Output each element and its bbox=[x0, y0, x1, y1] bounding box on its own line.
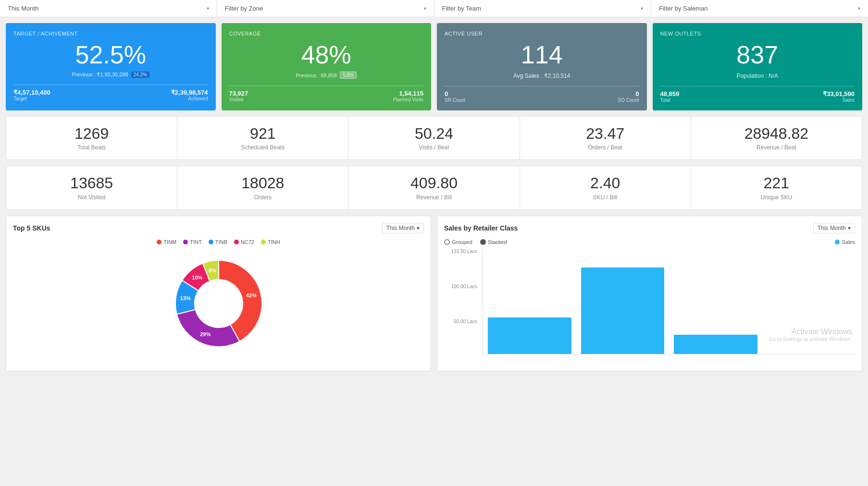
target-prev-label: Previous : ₹1,93,30,288 bbox=[72, 72, 128, 78]
new-outlets-population: Population : N/A bbox=[660, 73, 855, 79]
legend-dot bbox=[234, 240, 239, 244]
bar-2 bbox=[674, 335, 757, 354]
target-right-value: ₹2,39,98,574 bbox=[171, 89, 208, 96]
bar-chart-legend: Grouped Stacked Sales bbox=[444, 239, 855, 245]
legend-dot bbox=[157, 240, 161, 244]
donut-label: 13% bbox=[180, 295, 190, 301]
new-outlets-right-label: Sales bbox=[823, 97, 855, 103]
target-prev: Previous : ₹1,93,30,288 24.2% bbox=[13, 72, 208, 78]
target-footer-right: ₹2,39,98,574 Achieved bbox=[171, 89, 208, 101]
summary-cards: TARGET / ACHIVEMENT 52.5% Previous : ₹1,… bbox=[0, 17, 868, 116]
target-footer: ₹4,57,10,400 Target ₹2,39,98,574 Achieve… bbox=[13, 85, 208, 101]
top5-filter[interactable]: This Month ▾ bbox=[382, 223, 424, 233]
donut-legend: TINMTINTTINBNC72TINH bbox=[13, 239, 424, 245]
target-footer-left: ₹4,57,10,400 Target bbox=[13, 89, 50, 101]
stat-cell-2: 409.80 Revenue / Bill bbox=[348, 166, 520, 209]
sales-filter-arrow: ▾ bbox=[848, 225, 851, 231]
top5-title: Top 5 SKUs bbox=[13, 224, 50, 232]
charts-row: Top 5 SKUs This Month ▾ TINMTINTTINBNC72… bbox=[0, 216, 868, 377]
stat-label-2: Revenue / Bill bbox=[354, 194, 513, 201]
y-label: 100.00 Lacs bbox=[451, 284, 478, 289]
sales-legend-label: Sales bbox=[842, 239, 855, 245]
coverage-footer-left: 73,927 Visited bbox=[229, 90, 248, 102]
new-outlets-card-title: NEW OUTLETS bbox=[660, 31, 855, 36]
donut-container: 42%29%13%10%6% bbox=[13, 251, 424, 356]
grouped-radio[interactable]: Grouped bbox=[444, 239, 472, 245]
stat-value-1: 921 bbox=[183, 125, 342, 142]
bar-y-labels: 133.50 Lacs100.00 Lacs50.00 Lacs bbox=[444, 249, 480, 354]
legend-label: TINM bbox=[163, 239, 176, 245]
top5-header: Top 5 SKUs This Month ▾ bbox=[13, 223, 424, 233]
active-user-right-label: SO Count bbox=[618, 97, 639, 103]
coverage-card: COVERAGE 48% Previous : 69,858 5.8% 73,9… bbox=[222, 23, 432, 110]
stacked-radio[interactable]: Stacked bbox=[480, 239, 507, 245]
sales-retailer-panel: Sales by Retailer Class This Month ▾ Gro… bbox=[437, 216, 862, 371]
active-user-footer: 0 SR Count 0 SO Count bbox=[445, 86, 639, 103]
coverage-right-label: Planned Visits bbox=[393, 97, 423, 102]
y-label: 50.00 Lacs bbox=[454, 319, 477, 324]
legend-label: NC72 bbox=[241, 239, 254, 245]
active-user-main-value: 114 bbox=[445, 41, 639, 69]
y-label: 133.50 Lacs bbox=[451, 249, 478, 254]
sales-legend: Sales bbox=[835, 239, 855, 245]
legend-dot bbox=[209, 240, 213, 244]
legend-item-tinh: TINH bbox=[261, 239, 280, 245]
stats-row-2: 13685 Not Visited 18028 Orders 409.80 Re… bbox=[6, 166, 862, 209]
new-outlets-card: NEW OUTLETS 837 Population : N/A 48,859 … bbox=[653, 23, 863, 110]
stat-value-3: 23.47 bbox=[526, 125, 685, 142]
coverage-prev-badge: 5.8% bbox=[340, 72, 357, 79]
stat-label-3: Orders / Beat bbox=[526, 144, 685, 151]
new-outlets-main-value: 837 bbox=[660, 41, 855, 69]
coverage-left-value: 73,927 bbox=[229, 90, 248, 97]
stat-value-2: 409.80 bbox=[354, 175, 513, 192]
target-left-label: Target bbox=[13, 96, 50, 101]
legend-label: TINH bbox=[268, 239, 280, 245]
grouped-label: Grouped bbox=[452, 239, 472, 245]
stat-value-4: 28948.82 bbox=[697, 125, 856, 142]
new-outlets-footer: 48,859 Total ₹33,01,590 Sales bbox=[660, 86, 855, 103]
sales-filter[interactable]: This Month ▾ bbox=[813, 223, 855, 233]
bar-1 bbox=[581, 267, 665, 354]
stat-label-0: Not Visited bbox=[12, 194, 171, 201]
coverage-footer-right: 1,54,115 Planned Visits bbox=[393, 90, 423, 102]
grouped-radio-circle bbox=[444, 239, 450, 245]
legend-item-tinb: TINB bbox=[209, 239, 227, 245]
stats-row-1: 1269 Total Beats 921 Scheduled Beats 50.… bbox=[6, 116, 862, 160]
sales-title: Sales by Retailer Class bbox=[444, 224, 518, 232]
salesman-filter[interactable]: Filter by Saleman ▾ bbox=[651, 0, 868, 17]
coverage-right-value: 1,54,115 bbox=[393, 90, 423, 97]
donut-segment bbox=[176, 309, 239, 347]
sales-filter-label: This Month bbox=[818, 225, 846, 231]
donut-chart: 42%29%13%10%6% bbox=[156, 251, 281, 356]
target-main-value: 52.5% bbox=[13, 41, 208, 69]
stat-cell-4: 28948.82 Revenue / Beat bbox=[691, 117, 862, 159]
legend-label: TINB bbox=[215, 239, 227, 245]
active-user-footer-left: 0 SR Count bbox=[445, 90, 465, 103]
coverage-prev-label: Previous : 69,858 bbox=[296, 73, 337, 78]
donut-label: 42% bbox=[246, 292, 256, 298]
new-outlets-footer-right: ₹33,01,590 Sales bbox=[823, 90, 855, 103]
bar-0 bbox=[488, 317, 571, 354]
bar-group-0 bbox=[488, 317, 571, 354]
stacked-radio-circle bbox=[480, 239, 486, 245]
stat-label-1: Orders bbox=[183, 194, 342, 201]
new-outlets-left-label: Total bbox=[660, 97, 680, 103]
bar-group-1 bbox=[581, 267, 665, 354]
target-card: TARGET / ACHIVEMENT 52.5% Previous : ₹1,… bbox=[6, 23, 216, 110]
stat-cell-0: 13685 Not Visited bbox=[6, 166, 177, 209]
zone-filter[interactable]: Filter by Zone ▾ bbox=[217, 0, 434, 17]
stat-value-0: 13685 bbox=[12, 175, 171, 192]
team-filter[interactable]: Filter by Team ▾ bbox=[434, 0, 652, 17]
donut-label: 29% bbox=[200, 331, 211, 337]
coverage-card-title: COVERAGE bbox=[229, 31, 424, 36]
stat-cell-1: 18028 Orders bbox=[177, 166, 348, 209]
active-user-right-value: 0 bbox=[618, 90, 639, 97]
period-label: This Month bbox=[8, 5, 38, 12]
stat-cell-3: 2.40 SKU / Bill bbox=[520, 166, 691, 209]
active-user-left-value: 0 bbox=[445, 90, 465, 97]
active-user-left-label: SR Count bbox=[445, 97, 465, 103]
period-filter[interactable]: This Month ▾ bbox=[0, 0, 217, 17]
stat-label-4: Revenue / Beat bbox=[697, 144, 856, 151]
target-prev-badge: 24.2% bbox=[131, 72, 149, 78]
active-user-avg-sales: Avg Sales : ₹2,10,514 bbox=[445, 73, 639, 79]
